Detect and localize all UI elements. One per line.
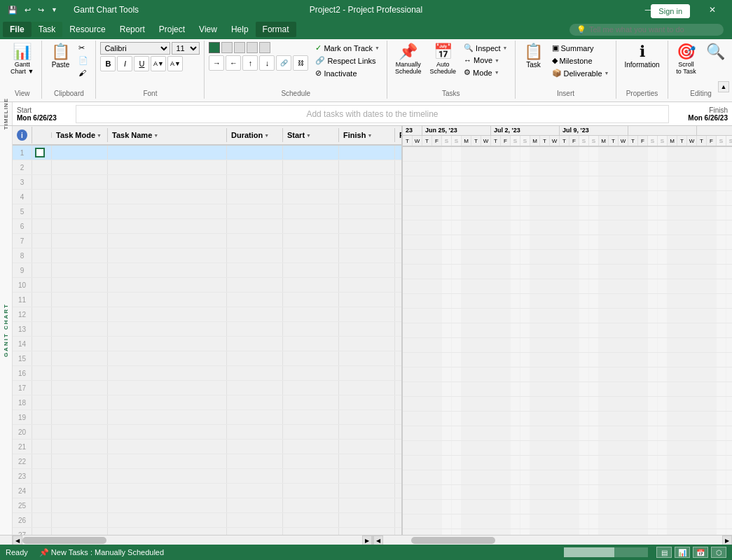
grid-cell-name[interactable] (108, 219, 227, 233)
grid-cell-duration[interactable] (227, 513, 283, 527)
grid-cell-name[interactable] (108, 175, 227, 189)
grid-cell-finish[interactable] (339, 381, 395, 395)
grid-cell-name[interactable] (108, 513, 227, 527)
grid-cell-name[interactable] (108, 322, 227, 336)
grid-row[interactable]: 12 (13, 307, 401, 322)
underline-button[interactable]: U (134, 56, 149, 71)
grid-cell-name[interactable] (108, 160, 227, 174)
tell-me-input[interactable] (589, 25, 717, 34)
grid-cell-pred[interactable] (395, 528, 401, 535)
grid-cell-name[interactable] (108, 396, 227, 410)
inactivate-button[interactable]: ⊘ Inactivate (312, 67, 382, 79)
grid-cell-duration[interactable] (227, 528, 283, 535)
grid-cell-duration[interactable] (227, 469, 283, 483)
save-icon[interactable]: 💾 (6, 6, 20, 15)
grid-cell-mode[interactable] (52, 396, 108, 410)
grid-cell-mode[interactable] (52, 425, 108, 439)
grid-cell-start[interactable] (283, 219, 339, 233)
grid-row[interactable]: 3 (13, 175, 401, 190)
grid-cell-duration[interactable] (227, 351, 283, 365)
grid-cell-start[interactable] (283, 160, 339, 174)
view-network-button[interactable]: ⬡ (711, 547, 726, 558)
grid-cell-duration[interactable] (227, 425, 283, 439)
grid-cell-start[interactable] (283, 484, 339, 498)
grid-row[interactable]: 4 (13, 190, 401, 204)
grid-cell-mode[interactable] (52, 190, 108, 204)
grid-cell-start[interactable] (283, 146, 339, 160)
move-up-button[interactable]: ↑ (242, 55, 258, 71)
menu-help[interactable]: Help (224, 22, 256, 37)
ribbon-collapse-button[interactable]: ▲ (718, 81, 729, 92)
grid-cell-finish[interactable] (339, 528, 395, 535)
grid-cell-name[interactable] (108, 248, 227, 262)
grid-cell-start[interactable] (283, 190, 339, 204)
grid-cell-name[interactable] (108, 484, 227, 498)
grid-cell-duration[interactable] (227, 278, 283, 292)
grid-row[interactable]: 7 (13, 234, 401, 248)
grid-row[interactable]: 8 (13, 248, 401, 263)
grid-row[interactable]: 20 (13, 425, 401, 440)
grid-cell-start[interactable] (283, 204, 339, 218)
task-insert-button[interactable]: 📋 Task (520, 42, 548, 71)
grid-row[interactable]: 23 (13, 469, 401, 484)
grid-cell-start[interactable] (283, 454, 339, 468)
font-size-select[interactable]: 11 (172, 42, 200, 55)
grid-cell-start[interactable] (283, 175, 339, 189)
grid-cell-finish[interactable] (339, 263, 395, 277)
grid-cell-pred[interactable] (395, 190, 401, 204)
grid-cell-duration[interactable] (227, 160, 283, 174)
grid-cell-name[interactable] (108, 351, 227, 365)
menu-resource[interactable]: Resource (62, 22, 112, 37)
indent0-btn[interactable] (209, 42, 220, 53)
col-header-duration[interactable]: Duration ▼ (227, 128, 283, 142)
col-header-taskname[interactable]: Task Name ▼ (108, 128, 227, 142)
grid-row[interactable]: 25 (13, 498, 401, 513)
grid-cell-mode[interactable] (52, 528, 108, 535)
grid-row[interactable]: 11 (13, 293, 401, 307)
grid-cell-mode[interactable] (52, 440, 108, 454)
search-button[interactable]: 🔍 (702, 42, 730, 63)
grid-cell-name[interactable] (108, 278, 227, 292)
grid-row[interactable]: 27 (13, 528, 401, 535)
grid-scrollbar[interactable] (22, 536, 362, 545)
grid-row[interactable]: 14 (13, 337, 401, 351)
grid-cell-mode[interactable] (52, 204, 108, 218)
grid-cell-mode[interactable] (52, 248, 108, 262)
grid-cell-start[interactable] (283, 396, 339, 410)
close-button[interactable]: ✕ (698, 0, 726, 20)
grid-cell-start[interactable] (283, 366, 339, 380)
undo-icon[interactable]: ↩ (22, 6, 33, 15)
grid-cell-pred[interactable] (395, 204, 401, 218)
menu-format[interactable]: Format (256, 22, 296, 37)
manually-schedule-button[interactable]: 📌 ManuallySchedule (392, 42, 425, 77)
gantt-chart-button[interactable]: 📊 GanttChart ▼ (7, 42, 37, 77)
grid-cell-name[interactable] (108, 293, 227, 307)
grid-cell-duration[interactable] (227, 322, 283, 336)
grid-cell-start[interactable] (283, 381, 339, 395)
grid-cell-pred[interactable] (395, 175, 401, 189)
indent25-btn[interactable] (221, 42, 233, 53)
grid-cell-start[interactable] (283, 498, 339, 512)
grid-cell-pred[interactable] (395, 425, 401, 439)
gantt-scroll-right-button[interactable]: ▶ (722, 536, 732, 545)
grid-cell-pred[interactable] (395, 469, 401, 483)
grid-cell-finish[interactable] (339, 146, 395, 160)
grid-cell-finish[interactable] (339, 234, 395, 248)
grid-cell-finish[interactable] (339, 396, 395, 410)
grid-cell-start[interactable] (283, 410, 339, 424)
grid-cell-mode[interactable] (52, 263, 108, 277)
grid-cell-finish[interactable] (339, 337, 395, 351)
grid-cell-name[interactable] (108, 498, 227, 512)
grid-cell-start[interactable] (283, 234, 339, 248)
grid-cell-duration[interactable] (227, 219, 283, 233)
grid-cell-duration[interactable] (227, 498, 283, 512)
grid-cell-start[interactable] (283, 351, 339, 365)
grid-row[interactable]: 6 (13, 219, 401, 234)
grid-row[interactable]: 1 (13, 146, 401, 160)
grid-cell-duration[interactable] (227, 484, 283, 498)
grid-cell-name[interactable] (108, 307, 227, 321)
indent50-btn[interactable] (234, 42, 245, 53)
grid-cell-duration[interactable] (227, 307, 283, 321)
grid-cell-duration[interactable] (227, 234, 283, 248)
grid-cell-duration[interactable] (227, 381, 283, 395)
